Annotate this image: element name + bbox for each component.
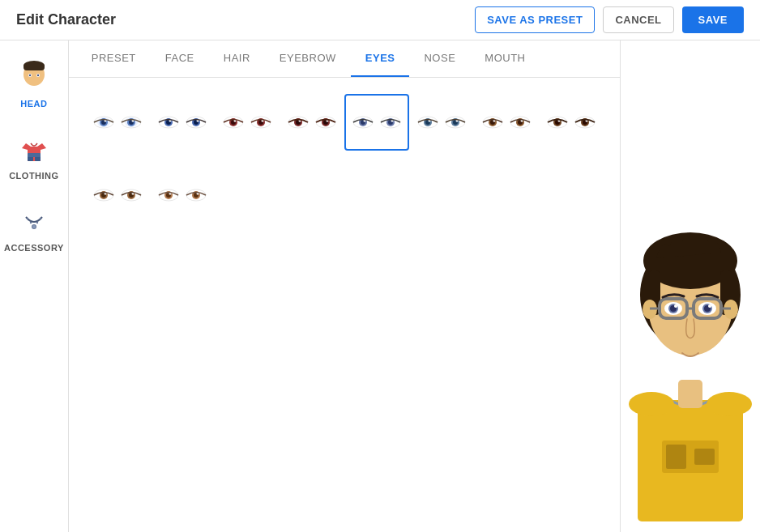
svg-point-5 — [29, 74, 31, 76]
tab-preset[interactable]: PRESET — [77, 40, 151, 77]
sidebar-clothing-label: CLOTHING — [9, 171, 58, 181]
eye-row-1 — [85, 94, 604, 151]
svg-point-16 — [40, 218, 41, 219]
eye-option-9[interactable] — [85, 167, 150, 223]
sidebar-item-accessory[interactable]: ACCESSORY — [0, 193, 68, 261]
svg-point-125 — [707, 392, 752, 416]
sidebar-item-clothing[interactable]: CLOTHING — [0, 121, 68, 189]
svg-point-13 — [27, 218, 28, 219]
eye-option-3[interactable] — [215, 94, 280, 151]
eye-row-2 — [85, 167, 604, 223]
sidebar: HEAD CLOTHING — [0, 40, 69, 532]
character-preview — [620, 52, 760, 521]
tab-eyebrow[interactable]: EYEBROW — [265, 40, 351, 77]
head-icon — [15, 57, 53, 96]
svg-point-123 — [708, 304, 711, 308]
accessory-icon — [15, 201, 53, 240]
eye-pair-10 — [157, 188, 207, 202]
save-button[interactable]: SAVE — [682, 6, 744, 33]
svg-point-119 — [674, 304, 677, 308]
page-title: Edit Character — [16, 11, 116, 28]
eye-option-10[interactable] — [150, 167, 215, 223]
clothing-icon — [15, 129, 53, 168]
eye-pair-3 — [222, 115, 272, 130]
eye-pair-5 — [352, 115, 402, 130]
header-buttons: SAVE AS PRESET CANCEL SAVE — [475, 6, 744, 33]
tab-nose[interactable]: NOSE — [409, 40, 470, 77]
svg-rect-101 — [666, 445, 686, 469]
eye-option-8[interactable] — [539, 94, 604, 151]
sidebar-head-label: HEAD — [20, 99, 47, 109]
eye-pair-1 — [92, 115, 143, 130]
svg-rect-10 — [28, 153, 41, 157]
svg-rect-2 — [23, 64, 45, 70]
svg-point-15 — [36, 222, 38, 223]
tab-eyes[interactable]: EYES — [351, 40, 410, 77]
eye-pair-8 — [546, 115, 596, 130]
eye-pair-4 — [287, 115, 337, 130]
cancel-button[interactable]: CANCEL — [603, 6, 673, 33]
preview-area — [620, 40, 760, 532]
tab-hair[interactable]: HAIR — [209, 40, 265, 77]
header: Edit Character SAVE AS PRESET CANCEL SAV… — [0, 0, 760, 40]
svg-point-14 — [30, 222, 32, 223]
content-area: PRESET FACE HAIR EYEBROW EYES NOSE MOUTH — [69, 40, 620, 532]
eye-option-7[interactable] — [474, 94, 539, 151]
eye-option-5[interactable] — [344, 94, 409, 151]
svg-rect-102 — [694, 449, 715, 465]
svg-rect-103 — [678, 380, 702, 408]
eye-pair-6 — [416, 115, 467, 130]
sidebar-item-head[interactable]: HEAD — [0, 49, 68, 117]
svg-point-6 — [37, 74, 39, 76]
main-layout: HEAD CLOTHING — [0, 40, 760, 532]
eye-option-6[interactable] — [409, 94, 474, 151]
tab-face[interactable]: FACE — [151, 40, 209, 77]
eye-option-1[interactable] — [85, 94, 150, 151]
eye-option-2[interactable] — [150, 94, 215, 151]
save-as-preset-button[interactable]: SAVE AS PRESET — [475, 6, 595, 33]
sidebar-accessory-label: ACCESSORY — [4, 243, 64, 253]
eye-option-4[interactable] — [280, 94, 344, 151]
eye-pair-2 — [157, 115, 207, 130]
svg-point-124 — [629, 392, 674, 416]
tabs: PRESET FACE HAIR EYEBROW EYES NOSE MOUTH — [69, 40, 620, 78]
eye-pair-7 — [481, 115, 532, 130]
tab-mouth[interactable]: MOUTH — [470, 40, 540, 77]
eye-pair-9 — [92, 188, 143, 202]
svg-point-12 — [32, 225, 36, 228]
eyes-grid — [69, 78, 620, 532]
